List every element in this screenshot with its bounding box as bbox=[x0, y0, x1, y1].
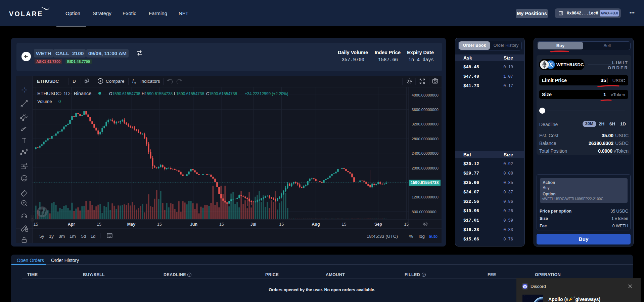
svg-text:18:45:33 (UTC): 18:45:33 (UTC) bbox=[367, 234, 398, 239]
svg-text:·: · bbox=[61, 91, 62, 95]
svg-text:1m: 1m bbox=[70, 234, 76, 239]
svg-text:Apr: Apr bbox=[68, 222, 75, 227]
svg-text:1200.00000000: 1200.00000000 bbox=[412, 195, 439, 199]
svg-text:auto: auto bbox=[429, 234, 438, 239]
svg-text:?: ? bbox=[189, 273, 190, 276]
svg-text:C1590.61554738: C1590.61554738 bbox=[206, 91, 237, 96]
svg-text:Jun: Jun bbox=[190, 222, 197, 227]
svg-text:log: log bbox=[419, 234, 425, 239]
svg-text:Indicators: Indicators bbox=[140, 79, 160, 84]
svg-text:15: 15 bbox=[97, 222, 101, 227]
svg-text:15: 15 bbox=[157, 222, 162, 227]
svg-text:2000.00000000: 2000.00000000 bbox=[412, 166, 439, 170]
svg-text:L1590.61554738: L1590.61554738 bbox=[174, 91, 204, 96]
svg-text:15: 15 bbox=[342, 222, 347, 227]
svg-text:15: 15 bbox=[404, 222, 409, 227]
svg-text:O1590.61554738: O1590.61554738 bbox=[109, 91, 140, 96]
svg-text:15: 15 bbox=[279, 222, 284, 227]
svg-text:800.00000000: 800.00000000 bbox=[412, 210, 436, 214]
svg-text:Volume: Volume bbox=[37, 99, 52, 104]
svg-text:ETHUSDC: ETHUSDC bbox=[37, 91, 61, 96]
svg-text:·: · bbox=[71, 91, 72, 95]
svg-text:5y: 5y bbox=[39, 234, 44, 239]
svg-text:15: 15 bbox=[34, 222, 38, 227]
svg-text:H1590.61554738: H1590.61554738 bbox=[142, 91, 173, 96]
svg-text:May: May bbox=[127, 222, 135, 227]
svg-text:4000.00000000: 4000.00000000 bbox=[412, 93, 439, 97]
svg-text:Jul: Jul bbox=[250, 222, 256, 227]
svg-text:2400.00000000: 2400.00000000 bbox=[412, 151, 439, 155]
svg-text:D: D bbox=[73, 79, 76, 84]
svg-text:3200.00000000: 3200.00000000 bbox=[412, 122, 439, 126]
svg-text:2800.00000000: 2800.00000000 bbox=[412, 137, 439, 141]
svg-text:15: 15 bbox=[219, 222, 224, 227]
svg-text:Compare: Compare bbox=[106, 79, 125, 84]
svg-text:+34.22312999 (+2.20%): +34.22312999 (+2.20%) bbox=[245, 91, 288, 96]
svg-text:3600.00000000: 3600.00000000 bbox=[412, 108, 439, 112]
svg-text:ETHUSDC: ETHUSDC bbox=[37, 79, 59, 84]
svg-text:1y: 1y bbox=[49, 234, 54, 239]
svg-text:1d: 1d bbox=[90, 234, 95, 239]
svg-text:%: % bbox=[409, 234, 413, 239]
svg-text:x: x bbox=[134, 81, 136, 85]
svg-text:Binance: Binance bbox=[74, 91, 91, 96]
svg-text:‹: ‹ bbox=[32, 216, 33, 220]
svg-text:1590.61554738: 1590.61554738 bbox=[411, 180, 439, 185]
svg-text:1D: 1D bbox=[63, 91, 70, 96]
svg-text:0: 0 bbox=[58, 99, 61, 104]
svg-text:?: ? bbox=[423, 273, 425, 276]
svg-text:5d: 5d bbox=[81, 234, 86, 239]
svg-text:3m: 3m bbox=[59, 234, 65, 239]
svg-text:Sep: Sep bbox=[374, 222, 382, 227]
svg-text:$: $ bbox=[550, 63, 552, 67]
svg-text:Aug: Aug bbox=[312, 222, 320, 227]
